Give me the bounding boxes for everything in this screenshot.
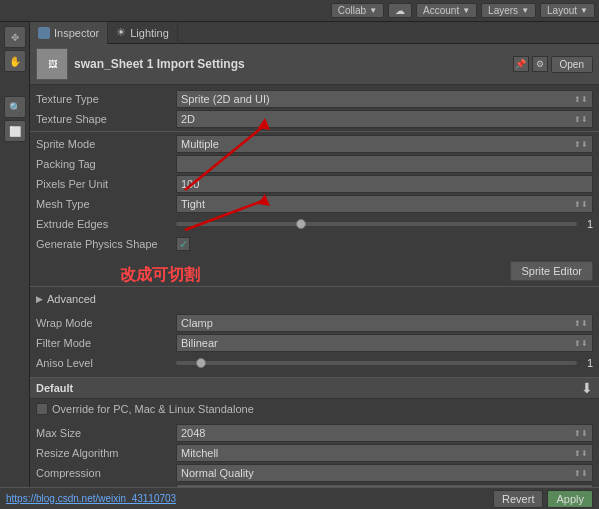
compression-label: Compression <box>36 467 176 479</box>
inspector-panel: Inspector ☀ Lighting 🖼 swan_Sheet 1 Impo… <box>30 22 599 509</box>
texture-type-arrow-icon: ⬆⬇ <box>574 95 588 104</box>
inspector-tab-icon <box>38 27 50 39</box>
open-button[interactable]: Open <box>551 56 593 73</box>
settings-icon[interactable]: ⚙ <box>532 56 548 72</box>
max-size-row: Max Size 2048 ⬆⬇ <box>30 423 599 443</box>
max-size-dropdown[interactable]: 2048 ⬆⬇ <box>176 424 593 442</box>
mesh-type-label: Mesh Type <box>36 198 176 210</box>
sprite-mode-option: Multiple <box>181 138 219 150</box>
extrude-edges-slider[interactable] <box>176 222 577 226</box>
packing-tag-value <box>176 155 593 173</box>
layout-arrow-icon: ▼ <box>580 6 588 15</box>
sprite-mode-row: Sprite Mode Multiple ⬆⬇ <box>30 134 599 154</box>
resize-option: Mitchell <box>181 447 218 459</box>
tab-lighting[interactable]: ☀ Lighting <box>108 22 178 44</box>
sidebar-hand-icon[interactable]: ✋ <box>4 50 26 72</box>
aniso-slider[interactable] <box>176 361 577 365</box>
texture-shape-option: 2D <box>181 113 195 125</box>
packing-tag-input[interactable] <box>176 155 593 173</box>
aniso-slider-row: 1 <box>176 357 593 369</box>
mesh-type-arrow-icon: ⬆⬇ <box>574 200 588 209</box>
packing-tag-label: Packing Tag <box>36 158 176 170</box>
filter-mode-arrow-icon: ⬆⬇ <box>574 339 588 348</box>
aniso-val: 1 <box>581 357 593 369</box>
override-checkbox[interactable] <box>36 403 48 415</box>
pixels-per-unit-input[interactable] <box>176 175 593 193</box>
resize-arrow-icon: ⬆⬇ <box>574 449 588 458</box>
compression-option: Normal Quality <box>181 467 254 479</box>
resize-label: Resize Algorithm <box>36 447 176 459</box>
revert-button[interactable]: Revert <box>493 490 543 508</box>
extrude-edges-row: Extrude Edges 1 <box>30 214 599 234</box>
advanced-label: Advanced <box>47 293 96 305</box>
layout-button[interactable]: Layout ▼ <box>540 3 595 18</box>
account-label: Account <box>423 5 459 16</box>
apply-button[interactable]: Apply <box>547 490 593 508</box>
extrude-edges-label: Extrude Edges <box>36 218 176 230</box>
separator-2 <box>30 286 599 287</box>
extrude-edges-value: 1 <box>176 218 593 230</box>
resize-dropdown[interactable]: Mitchell ⬆⬇ <box>176 444 593 462</box>
packing-tag-row: Packing Tag <box>30 154 599 174</box>
compression-dropdown[interactable]: Normal Quality ⬆⬇ <box>176 464 593 482</box>
sprite-mode-dropdown[interactable]: Multiple ⬆⬇ <box>176 135 593 153</box>
max-size-label: Max Size <box>36 427 176 439</box>
default-label: Default <box>36 382 73 394</box>
lighting-tab-label: Lighting <box>130 27 169 39</box>
collab-arrow-icon: ▼ <box>369 6 377 15</box>
file-title: swan_Sheet 1 Import Settings <box>74 57 507 71</box>
texture-type-value: Sprite (2D and UI) ⬆⬇ <box>176 90 593 108</box>
texture-type-row: Texture Type Sprite (2D and UI) ⬆⬇ <box>30 89 599 109</box>
texture-type-dropdown[interactable]: Sprite (2D and UI) ⬆⬇ <box>176 90 593 108</box>
filter-mode-dropdown[interactable]: Bilinear ⬆⬇ <box>176 334 593 352</box>
texture-shape-row: Texture Shape 2D ⬆⬇ <box>30 109 599 129</box>
aniso-level-value: 1 <box>176 357 593 369</box>
sprite-mode-label: Sprite Mode <box>36 138 176 150</box>
sprite-editor-row: Sprite Editor <box>30 258 599 284</box>
tab-inspector[interactable]: Inspector <box>30 22 108 44</box>
sidebar-move-icon[interactable]: ✥ <box>4 26 26 48</box>
left-sidebar: ✥ ✋ 🔍 ⬜ <box>0 22 30 509</box>
extrude-edges-val: 1 <box>581 218 593 230</box>
generate-physics-row: Generate Physics Shape ✓ <box>30 234 599 254</box>
top-toolbar: Collab ▼ ☁ Account ▼ Layers ▼ Layout ▼ <box>0 0 599 22</box>
aniso-level-row: Aniso Level 1 <box>30 353 599 373</box>
wrap-mode-dropdown[interactable]: Clamp ⬆⬇ <box>176 314 593 332</box>
pixels-per-unit-value <box>176 175 593 193</box>
extrude-edges-slider-row: 1 <box>176 218 593 230</box>
default-section: Default ⬇ <box>30 377 599 399</box>
account-button[interactable]: Account ▼ <box>416 3 477 18</box>
advanced-section-header[interactable]: ▶ Advanced <box>30 289 599 309</box>
resize-value: Mitchell ⬆⬇ <box>176 444 593 462</box>
wrap-mode-value: Clamp ⬆⬇ <box>176 314 593 332</box>
sidebar-zoom-icon[interactable]: 🔍 <box>4 96 26 118</box>
inspector-tab-label: Inspector <box>54 27 99 39</box>
texture-shape-dropdown[interactable]: 2D ⬆⬇ <box>176 110 593 128</box>
aniso-thumb <box>196 358 206 368</box>
aniso-level-label: Aniso Level <box>36 357 176 369</box>
main-layout: ✥ ✋ 🔍 ⬜ Inspector ☀ Lighting 🖼 swan_Shee… <box>0 22 599 509</box>
sidebar-rect-icon[interactable]: ⬜ <box>4 120 26 142</box>
wrap-mode-row: Wrap Mode Clamp ⬆⬇ <box>30 313 599 333</box>
max-size-option: 2048 <box>181 427 205 439</box>
wrap-mode-option: Clamp <box>181 317 213 329</box>
cloud-button[interactable]: ☁ <box>388 3 412 18</box>
filter-mode-value: Bilinear ⬆⬇ <box>176 334 593 352</box>
compression-value: Normal Quality ⬆⬇ <box>176 464 593 482</box>
max-size-arrow-icon: ⬆⬇ <box>574 429 588 438</box>
pin-icon[interactable]: 📌 <box>513 56 529 72</box>
layout-label: Layout <box>547 5 577 16</box>
collab-button[interactable]: Collab ▼ <box>331 3 384 18</box>
bottom-url: https://blog.csdn.net/weixin_43110703 <box>6 493 176 504</box>
sprite-mode-value: Multiple ⬆⬇ <box>176 135 593 153</box>
sprite-editor-button[interactable]: Sprite Editor <box>510 261 593 281</box>
generate-physics-checkbox[interactable]: ✓ <box>176 237 190 251</box>
download-icon[interactable]: ⬇ <box>581 380 593 396</box>
mesh-type-option: Tight <box>181 198 205 210</box>
mesh-type-dropdown[interactable]: Tight ⬆⬇ <box>176 195 593 213</box>
wrap-mode-label: Wrap Mode <box>36 317 176 329</box>
layers-button[interactable]: Layers ▼ <box>481 3 536 18</box>
layers-arrow-icon: ▼ <box>521 6 529 15</box>
generate-physics-label: Generate Physics Shape <box>36 238 176 250</box>
texture-shape-label: Texture Shape <box>36 113 176 125</box>
